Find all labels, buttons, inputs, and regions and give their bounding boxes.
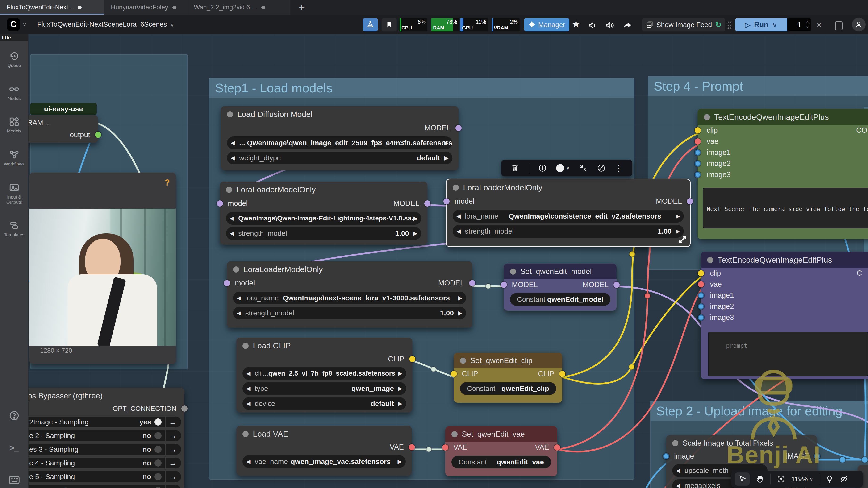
image1-input-port[interactable] — [698, 292, 704, 298]
combo-left-arrow-icon[interactable] — [237, 292, 241, 304]
sidebar-terminal-button[interactable]: >_ — [0, 443, 28, 452]
image2-input-port[interactable] — [695, 161, 701, 167]
strength-model-widget[interactable]: strength_model 1.00 — [233, 307, 466, 319]
clip-input-port[interactable] — [698, 270, 704, 276]
node-image-preview[interactable]: ? 1280 × 720 — [29, 172, 176, 364]
stepper-right-arrow-icon[interactable] — [458, 307, 462, 319]
vae-output-port[interactable] — [554, 445, 560, 451]
stepper-left-arrow-icon[interactable] — [237, 307, 241, 319]
comfyui-logo[interactable]: C — [7, 18, 20, 31]
combo-left-arrow-icon[interactable] — [676, 464, 680, 477]
image3-input-port[interactable] — [698, 315, 704, 321]
toggle-on-icon[interactable] — [154, 418, 161, 426]
help-icon[interactable]: ? — [165, 178, 170, 188]
jump-arrow-icon[interactable]: → — [169, 486, 177, 488]
drag-handle[interactable] — [727, 21, 732, 29]
toggle-off-icon[interactable] — [154, 432, 161, 439]
clip-output-port[interactable] — [559, 371, 565, 377]
combo-left-arrow-icon[interactable] — [246, 397, 250, 410]
type-combo[interactable]: type qwen_image — [243, 382, 406, 395]
sidebar-item-models[interactable]: Models — [0, 116, 28, 134]
combo-right-arrow-icon[interactable] — [398, 367, 402, 380]
vae-input-port[interactable] — [698, 281, 704, 287]
workflow-name[interactable]: FluxToQwenEdit-NextSceneLora_6Scenes∨ — [37, 21, 174, 28]
clip-input-port[interactable] — [695, 127, 701, 133]
favorites-star-icon[interactable]: ★ — [572, 19, 580, 30]
browser-tab-bar[interactable]: FluxToQwenEdit-Next... HunyuanVideoFoley… — [0, 0, 868, 15]
node-textencode-purple[interactable]: TextEncodeQwenImageEditPlus clip C vae i… — [701, 252, 868, 379]
delete-icon[interactable] — [511, 164, 519, 172]
increment-icon[interactable]: ∧ — [806, 19, 809, 24]
browser-tab-2[interactable]: HunyuanVideoFoley — [104, 0, 187, 15]
jump-arrow-icon[interactable]: → — [169, 459, 177, 468]
browser-tab-3[interactable]: Wan_2.2_img2vid 6 ... — [187, 0, 290, 15]
image1-input-port[interactable] — [695, 150, 701, 156]
sidebar-item-workflows[interactable]: Workflows — [0, 149, 28, 167]
combo-left-arrow-icon[interactable] — [230, 212, 234, 225]
constant-widget[interactable]: Constant qwenEdit_model — [510, 293, 611, 306]
unet-name-combo[interactable]: ... QwenImage\qwen_image_edit_2509_fp8_e… — [227, 136, 453, 149]
sidebar-shortcuts-button[interactable] — [0, 475, 28, 486]
bypasser-row[interactable]: e 5 - Sampling no → — [20, 471, 181, 482]
combo-left-arrow-icon[interactable] — [246, 455, 250, 468]
weight-dtype-combo[interactable]: weight_dtype default — [227, 152, 453, 164]
manager-button[interactable]: Manager — [524, 18, 569, 31]
model-input-port[interactable] — [501, 282, 507, 288]
toggle-links-icon[interactable] — [840, 475, 848, 483]
clip-name-combo[interactable]: cli ... qwen_2.5_vl_7b_fp8_scaled.safete… — [243, 367, 406, 380]
group-step1-title[interactable]: Step1 - Load models — [210, 78, 634, 98]
combo-left-arrow-icon[interactable] — [456, 210, 461, 223]
share-icon[interactable] — [623, 21, 632, 30]
toggle-off-icon[interactable] — [154, 473, 161, 480]
bypasser-row[interactable]: e 4 - Sampling no → — [20, 458, 181, 468]
browser-tab-1[interactable]: FluxToQwenEdit-Next... — [0, 0, 104, 15]
constant-widget[interactable]: Constant qwenEdit_clip — [460, 382, 556, 395]
node-load-diffusion-model[interactable]: Load Diffusion Model MODEL ... QwenImage… — [221, 106, 459, 170]
decrement-icon[interactable]: ∨ — [806, 24, 809, 30]
node-lora-loader-2-selected[interactable]: LoraLoaderModelOnly model MODEL lora_nam… — [446, 179, 691, 247]
group-step4-title[interactable]: Step 4 - Prompt — [648, 76, 868, 96]
group-step2-title[interactable]: Step 2 - Upload image for editing — [651, 401, 868, 421]
combo-right-arrow-icon[interactable] — [458, 292, 462, 304]
vae-output-port[interactable] — [409, 444, 415, 450]
node-set-qwenedit-model[interactable]: Set_qwenEdit_model MODEL MODEL Constant … — [504, 264, 617, 311]
combo-left-arrow-icon[interactable] — [246, 367, 250, 380]
image3-input-port[interactable] — [695, 172, 701, 178]
workflows-panel-button[interactable] — [363, 18, 378, 31]
jump-arrow-icon[interactable]: → — [169, 472, 177, 481]
info-icon[interactable] — [538, 164, 547, 172]
stop-icon[interactable] — [835, 22, 842, 30]
strength-model-widget[interactable]: strength_model 1.00 — [226, 227, 421, 240]
sidebar-item-input-outputs[interactable]: Input & Outputs — [0, 182, 28, 205]
run-count-stepper[interactable]: 1 ∧∨ — [787, 18, 811, 31]
jump-arrow-icon[interactable]: → — [169, 445, 177, 454]
vae-input-port[interactable] — [695, 138, 701, 144]
user-avatar[interactable] — [852, 18, 866, 31]
image2-input-port[interactable] — [698, 303, 704, 310]
model-output-port[interactable] — [687, 198, 693, 204]
model-output-port[interactable] — [614, 282, 620, 288]
node-set-qwenedit-clip[interactable]: Set_qwenEdit_clip CLIP CLIP Constant qwe… — [454, 353, 562, 403]
fit-view-icon[interactable] — [777, 475, 785, 483]
collapse-icon[interactable] — [579, 164, 588, 172]
tab-close-icon[interactable] — [261, 6, 265, 9]
tab-close-icon[interactable] — [173, 6, 176, 9]
lora-name-combo[interactable]: lora_name QwenImage\next-scene_lora_v1-3… — [233, 292, 466, 304]
node-lora-loader-1[interactable]: LoraLoaderModelOnly model MODEL QwenImag… — [220, 182, 427, 245]
lora-name-combo[interactable]: QwenImage\Qwen-Image-Edit-Lightning-4ste… — [226, 212, 421, 225]
combo-right-arrow-icon[interactable] — [398, 382, 402, 395]
clip-output-port[interactable] — [409, 356, 415, 362]
prompt-textarea[interactable]: Next Scene: The camera side view follow … — [703, 188, 868, 228]
model-input-port[interactable] — [224, 280, 230, 286]
bypasser-row[interactable]: e 2 - Sampling no → — [20, 430, 181, 441]
toggle-off-icon[interactable] — [154, 487, 161, 488]
jump-arrow-icon[interactable]: → — [169, 431, 177, 441]
show-image-feed-button[interactable]: Show Image Feed ↻ — [642, 18, 725, 31]
mute-horn-icon[interactable] — [588, 20, 598, 30]
canvas-controls-toolbar[interactable]: 119% ∨ — [731, 470, 863, 488]
combo-left-arrow-icon[interactable] — [231, 136, 235, 149]
cancel-run-icon[interactable]: × — [816, 20, 822, 30]
pan-hand-icon[interactable] — [756, 475, 764, 483]
model-input-port[interactable] — [443, 198, 450, 204]
toggle-off-icon[interactable] — [154, 446, 161, 453]
